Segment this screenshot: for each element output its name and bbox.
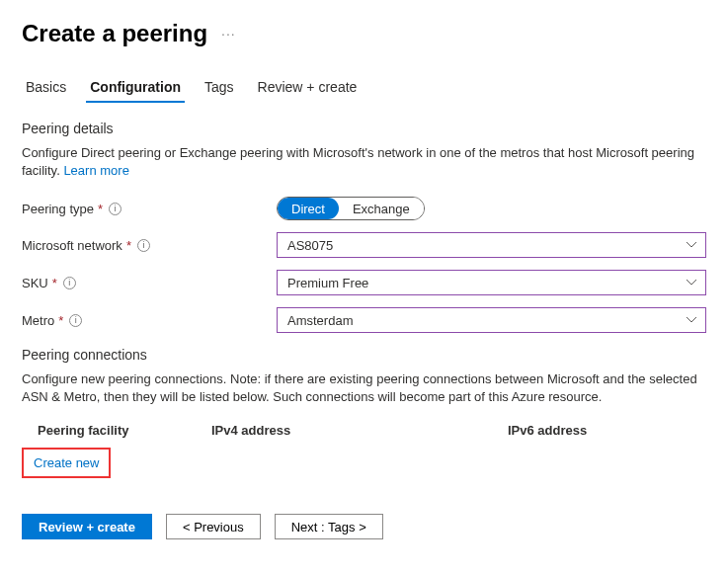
info-icon[interactable]: i bbox=[63, 277, 76, 289]
connections-table-header: Peering facility IPv4 address IPv6 addre… bbox=[22, 423, 706, 438]
chevron-down-icon bbox=[686, 316, 697, 324]
peering-type-toggle[interactable]: Direct Exchange bbox=[277, 197, 425, 220]
page-title: Create a peering bbox=[22, 20, 207, 47]
tab-tags[interactable]: Tags bbox=[201, 73, 238, 103]
next-button[interactable]: Next : Tags > bbox=[275, 514, 383, 539]
sku-value: Premium Free bbox=[287, 276, 368, 290]
info-icon[interactable]: i bbox=[109, 203, 121, 215]
label-peering-type: Peering type bbox=[22, 202, 94, 216]
section-connections-desc: Configure new peering connections. Note:… bbox=[22, 370, 706, 405]
chevron-down-icon bbox=[686, 241, 697, 249]
section-peering-details-heading: Peering details bbox=[22, 121, 706, 136]
create-new-link[interactable]: Create new bbox=[34, 455, 99, 470]
section-connections-heading: Peering connections bbox=[22, 347, 706, 363]
required-marker: * bbox=[52, 276, 57, 290]
section-peering-details-desc: Configure Direct peering or Exchange pee… bbox=[22, 144, 706, 179]
label-metro: Metro bbox=[22, 313, 54, 328]
label-ms-network: Microsoft network bbox=[22, 238, 122, 253]
metro-select[interactable]: Amsterdam bbox=[277, 307, 706, 333]
more-icon[interactable]: ··· bbox=[221, 26, 236, 41]
col-peering-facility: Peering facility bbox=[38, 423, 211, 438]
required-marker: * bbox=[58, 313, 63, 328]
previous-button[interactable]: < Previous bbox=[166, 514, 261, 539]
ms-network-value: AS8075 bbox=[287, 238, 333, 253]
sku-select[interactable]: Premium Free bbox=[277, 270, 706, 295]
info-icon[interactable]: i bbox=[137, 239, 150, 252]
col-ipv6: IPv6 address bbox=[508, 423, 706, 438]
info-icon[interactable]: i bbox=[69, 314, 82, 327]
ms-network-select[interactable]: AS8075 bbox=[277, 232, 706, 258]
footer: Review + create < Previous Next : Tags > bbox=[22, 514, 706, 539]
chevron-down-icon bbox=[686, 279, 697, 287]
tabs: Basics Configuration Tags Review + creat… bbox=[22, 73, 706, 103]
review-create-button[interactable]: Review + create bbox=[22, 514, 152, 539]
tab-review-create[interactable]: Review + create bbox=[254, 73, 362, 103]
tab-configuration[interactable]: Configuration bbox=[86, 73, 185, 103]
required-marker: * bbox=[126, 238, 131, 253]
required-marker: * bbox=[98, 202, 103, 216]
tab-basics[interactable]: Basics bbox=[22, 73, 70, 103]
col-ipv4: IPv4 address bbox=[211, 423, 508, 438]
learn-more-link[interactable]: Learn more bbox=[63, 163, 128, 178]
peering-type-direct[interactable]: Direct bbox=[278, 198, 339, 219]
metro-value: Amsterdam bbox=[287, 313, 353, 328]
create-new-highlight: Create new bbox=[22, 448, 111, 478]
label-sku: SKU bbox=[22, 276, 48, 290]
peering-type-exchange[interactable]: Exchange bbox=[339, 198, 424, 219]
